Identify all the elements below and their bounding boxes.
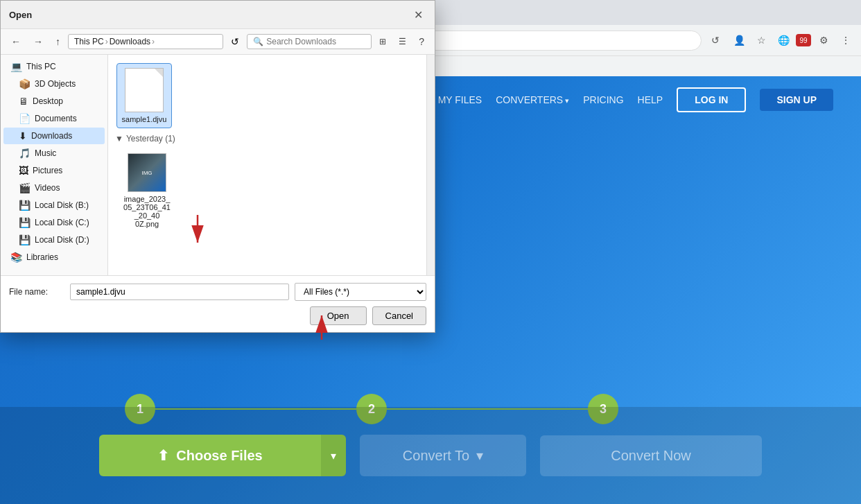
dialog-search-input[interactable]: [266, 37, 365, 46]
signup-button[interactable]: SIGN UP: [760, 89, 833, 111]
file-image-name: image_2023_05_23T06_41_20_400Z.png: [122, 195, 172, 228]
filename-row: File name: All Files (*.*): [9, 283, 426, 301]
sidebar-local-disk-b[interactable]: 💾 Local Disk (B:): [3, 197, 105, 214]
nav-help[interactable]: HELP: [638, 94, 663, 105]
refresh-button[interactable]: ↺: [706, 31, 725, 50]
globe-icon[interactable]: 🌐: [774, 31, 793, 50]
thumbnail-label: IMG: [141, 170, 152, 176]
filename-input[interactable]: [70, 284, 289, 300]
dialog-forward-button[interactable]: →: [28, 33, 48, 50]
dialog-up-button[interactable]: ↑: [51, 33, 65, 50]
choose-files-label: Choose Files: [176, 448, 262, 464]
3d-objects-label: 3D Objects: [35, 79, 76, 89]
music-label: Music: [35, 148, 56, 158]
djvu-file-icon: [125, 68, 164, 112]
more-icon[interactable]: ⋮: [836, 31, 855, 50]
yesterday-files: IMG image_2023_05_23T06_41_20_400Z.png: [114, 146, 421, 235]
dialog-back-button[interactable]: ←: [6, 33, 26, 50]
dialog-path-sep2: ›: [152, 37, 155, 46]
sidebar-downloads[interactable]: ⬇ Downloads: [3, 128, 105, 144]
3d-objects-icon: 📦: [19, 78, 31, 89]
filename-label: File name:: [9, 287, 64, 297]
sidebar-3d-objects[interactable]: 📦 3D Objects: [3, 76, 105, 92]
file-item-image[interactable]: IMG image_2023_05_23T06_41_20_400Z.png: [119, 149, 175, 232]
extensions-icon[interactable]: 99: [796, 34, 811, 46]
local-disk-b-icon: 💾: [19, 200, 31, 211]
dialog-toolbar: ← → ↑ This PC › Downloads › ↺ 🔍 ⊞ ☰ ?: [1, 29, 435, 55]
dialog-path[interactable]: This PC › Downloads ›: [68, 34, 223, 49]
libraries-label: Libraries: [26, 252, 58, 262]
login-button[interactable]: LOG IN: [677, 87, 746, 112]
sidebar-documents[interactable]: 📄 Documents: [3, 110, 105, 127]
user-account-icon[interactable]: 👤: [729, 31, 749, 50]
convert-to-label: Convert To: [403, 448, 469, 464]
local-disk-b-label: Local Disk (B:): [35, 200, 89, 210]
upload-icon: ⬆: [157, 447, 169, 464]
yesterday-section-header[interactable]: ▼ Yesterday (1): [114, 131, 421, 146]
view-columns-button[interactable]: ☰: [394, 34, 411, 49]
dialog-close-button[interactable]: ✕: [410, 6, 426, 23]
image-thumbnail: IMG: [128, 153, 166, 192]
star-icon[interactable]: ☆: [751, 31, 771, 50]
dialog-titlebar: Open ✕: [1, 1, 435, 29]
local-disk-c-icon: 💾: [19, 217, 31, 228]
sidebar-music[interactable]: 🎵 Music: [3, 145, 105, 162]
sidebar-pictures[interactable]: 🖼 Pictures: [3, 162, 105, 179]
choose-files-button[interactable]: ⬆ Choose Files: [99, 435, 321, 476]
dialog-body: 💻 This PC 📦 3D Objects 🖥 Desktop 📄 Docum…: [1, 55, 435, 275]
desktop-icon: 🖥: [19, 96, 28, 107]
file-fold: [155, 69, 163, 77]
dialog-main: sample1.djvu ▼ Yesterday (1) IMG image_2…: [108, 55, 426, 275]
today-files: sample1.djvu: [114, 60, 421, 131]
yesterday-label: Yesterday (1): [126, 134, 175, 144]
convert-to-button[interactable]: Convert To ▾: [360, 435, 526, 476]
dialog-refresh-button[interactable]: ↺: [226, 33, 244, 50]
help-button[interactable]: ?: [414, 33, 429, 50]
view-mode-button[interactable]: ⊞: [374, 34, 391, 49]
file-dialog: Open ✕ ← → ↑ This PC › Downloads › ↺ 🔍 ⊞…: [0, 0, 435, 333]
nav-pricing[interactable]: PRICING: [583, 94, 623, 105]
sidebar-desktop[interactable]: 🖥 Desktop: [3, 93, 105, 110]
dialog-path-thispc: This PC: [74, 37, 104, 46]
nav-converters[interactable]: CONVERTERS: [496, 94, 569, 105]
open-button[interactable]: Open: [310, 306, 367, 325]
sidebar-local-disk-c[interactable]: 💾 Local Disk (C:): [3, 214, 105, 231]
cancel-button[interactable]: Cancel: [372, 306, 426, 325]
dialog-search[interactable]: 🔍: [247, 34, 372, 49]
libraries-icon: 📚: [10, 252, 22, 263]
sidebar-this-pc[interactable]: 💻 This PC: [3, 58, 105, 75]
file-item-sample1[interactable]: sample1.djvu: [116, 63, 172, 128]
this-pc-label: This PC: [26, 62, 56, 71]
downloads-icon: ⬇: [19, 130, 27, 141]
pictures-label: Pictures: [33, 166, 62, 175]
filetype-select[interactable]: All Files (*.*): [295, 283, 426, 301]
sidebar-local-disk-d[interactable]: 💾 Local Disk (D:): [3, 232, 105, 248]
nav-myfiles[interactable]: MY FILES: [438, 94, 482, 105]
choose-files-dropdown-button[interactable]: ▾: [321, 435, 346, 476]
settings-icon[interactable]: ⚙: [814, 31, 833, 50]
downloads-label: Downloads: [31, 131, 72, 141]
local-disk-d-label: Local Disk (D:): [35, 235, 89, 245]
file-sample1-name: sample1.djvu: [122, 115, 167, 123]
dialog-title: Open: [9, 10, 32, 20]
dialog-sidebar: 💻 This PC 📦 3D Objects 🖥 Desktop 📄 Docum…: [1, 55, 108, 275]
search-icon: 🔍: [253, 37, 263, 46]
documents-icon: 📄: [19, 113, 31, 124]
sidebar-videos[interactable]: 🎬 Videos: [3, 180, 105, 196]
footer-buttons: Open Cancel: [9, 306, 426, 325]
local-disk-d-icon: 💾: [19, 234, 31, 245]
pictures-icon: 🖼: [19, 165, 28, 176]
dialog-scrollbar[interactable]: [426, 55, 435, 275]
choose-files-container: ⬆ Choose Files ▾: [99, 435, 346, 476]
sidebar-libraries[interactable]: 📚 Libraries: [3, 249, 105, 266]
this-pc-icon: 💻: [10, 61, 22, 72]
convert-now-button[interactable]: Convert Now: [540, 435, 762, 476]
bottom-action-bar: ⬆ Choose Files ▾ Convert To ▾ Convert No…: [0, 407, 861, 504]
convert-to-arrow-icon: ▾: [476, 447, 483, 464]
videos-label: Videos: [35, 183, 60, 193]
music-icon: 🎵: [19, 148, 31, 159]
local-disk-c-label: Local Disk (C:): [35, 218, 89, 227]
toolbar-icons: 👤 ☆ 🌐 99 ⚙ ⋮: [729, 31, 855, 50]
collapse-icon: ▼: [115, 134, 123, 144]
dialog-footer: File name: All Files (*.*) Open Cancel: [1, 275, 435, 332]
